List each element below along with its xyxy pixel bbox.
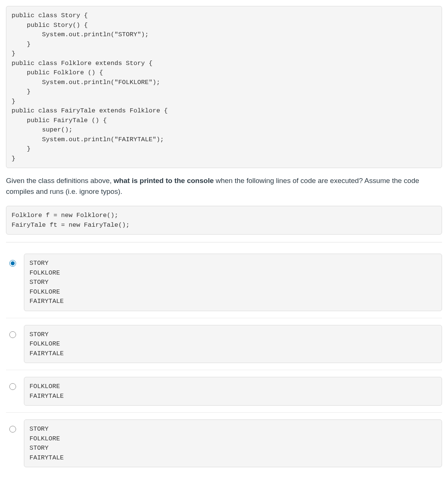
answer-option: FOLKLORE FAIRYTALE — [6, 370, 442, 413]
radio-wrap — [6, 419, 17, 436]
answer-radio[interactable] — [9, 331, 16, 338]
answer-option: STORY FOLKLORE FAIRYTALE — [6, 318, 442, 371]
answer-radio[interactable] — [9, 260, 16, 267]
answer-radio[interactable] — [9, 426, 16, 433]
answer-code: STORY FOLKLORE STORY FOLKLORE FAIRYTALE — [24, 254, 442, 311]
answer-list: STORY FOLKLORE STORY FOLKLORE FAIRYTALES… — [6, 247, 442, 474]
code-block-definitions: public class Story { public Story() { Sy… — [6, 6, 442, 168]
answer-option: STORY FOLKLORE STORY FOLKLORE FAIRYTALE — [6, 247, 442, 318]
answer-code: STORY FOLKLORE FAIRYTALE — [24, 325, 442, 363]
radio-wrap — [6, 254, 17, 270]
answer-code: FOLKLORE FAIRYTALE — [24, 377, 442, 406]
question-prefix: Given the class definitions above, — [6, 177, 113, 185]
question-text: Given the class definitions above, what … — [6, 176, 442, 197]
radio-wrap — [6, 377, 17, 393]
answer-radio[interactable] — [9, 383, 16, 390]
divider — [6, 242, 442, 242]
answer-option: STORY FOLKLORE STORY FAIRYTALE — [6, 413, 442, 474]
answer-code: STORY FOLKLORE STORY FAIRYTALE — [24, 419, 442, 467]
radio-wrap — [6, 325, 17, 341]
code-block-execution: Folklore f = new Folklore(); FairyTale f… — [6, 206, 442, 235]
question-bold: what is printed to the console — [113, 177, 214, 185]
